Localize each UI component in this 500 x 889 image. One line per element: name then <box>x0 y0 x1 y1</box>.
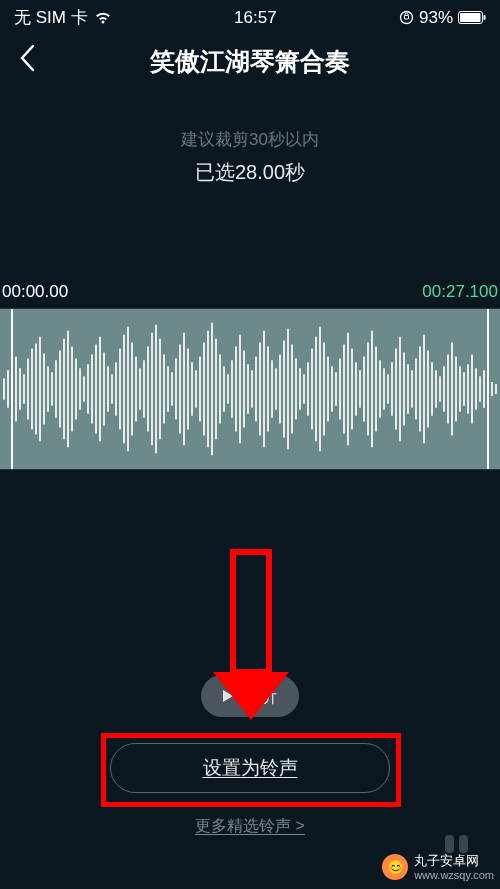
trim-handle-right[interactable] <box>487 309 489 470</box>
waveform-section: 00:00.00 00:27.100 <box>0 282 500 470</box>
trim-start-time: 00:00.00 <box>0 282 68 302</box>
wifi-icon <box>94 11 112 25</box>
page-title: 笑傲江湖琴箫合奏 <box>150 45 350 78</box>
watermark: 😊 丸子安卓网 www.wzsqy.com <box>382 853 494 881</box>
selected-duration: 已选28.00秒 <box>0 159 500 186</box>
waveform-svg <box>0 309 500 469</box>
battery-icon <box>458 11 486 24</box>
battery-pct: 93% <box>419 8 453 28</box>
trim-end-time: 00:27.100 <box>422 282 500 302</box>
sim-status: 无 SIM 卡 <box>14 6 88 29</box>
watermark-logo-icon: 😊 <box>382 854 408 880</box>
preview-label: 试听 <box>241 684 277 708</box>
play-icon <box>223 690 233 702</box>
clock: 16:57 <box>234 8 277 28</box>
back-button[interactable] <box>18 43 36 77</box>
preview-button[interactable]: 试听 <box>201 675 299 717</box>
orientation-lock-icon <box>399 10 414 25</box>
status-bar: 无 SIM 卡 16:57 93% <box>0 0 500 33</box>
svg-rect-2 <box>460 13 481 22</box>
svg-rect-3 <box>484 15 486 20</box>
watermark-url: www.wzsqy.com <box>414 869 494 881</box>
trim-handle-left[interactable] <box>11 309 13 470</box>
waveform[interactable] <box>0 308 500 470</box>
svg-rect-129 <box>233 552 269 672</box>
bottom-decor <box>445 835 468 853</box>
watermark-brand: 丸子安卓网 <box>414 853 494 869</box>
more-ringtones-link[interactable]: 更多精选铃声 > <box>195 816 305 837</box>
trim-hint: 建议裁剪30秒以内 <box>0 128 500 151</box>
header: 笑傲江湖琴箫合奏 <box>0 33 500 100</box>
set-ringtone-button[interactable]: 设置为铃声 <box>110 743 390 793</box>
